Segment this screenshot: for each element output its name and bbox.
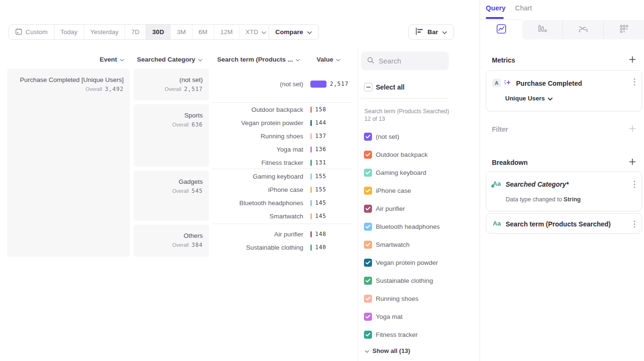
date-range-7d[interactable]: 7D: [125, 25, 146, 39]
checked-checkbox[interactable]: [364, 133, 372, 141]
legend-item[interactable]: Outdoor backpack: [364, 150, 428, 159]
table-row[interactable]: Sustainable clothing140: [213, 241, 358, 254]
value-text: 131: [315, 159, 327, 166]
value-text: 136: [315, 146, 327, 153]
checked-checkbox[interactable]: [364, 151, 372, 159]
breakdown-property-name: Searched Category*: [506, 180, 569, 188]
date-range-xtd[interactable]: XTD: [239, 25, 272, 39]
report-tab-retention[interactable]: [603, 20, 644, 39]
checked-checkbox[interactable]: [364, 241, 372, 249]
show-all-button[interactable]: Show all (13): [365, 347, 410, 354]
category-cell[interactable]: (not set)Overall2,517: [134, 69, 209, 100]
search-term-label: Yoga mat: [213, 146, 303, 153]
category-cell[interactable]: SportsOverall636: [134, 104, 209, 167]
table-row[interactable]: iPhone case155: [213, 183, 358, 196]
legend-item[interactable]: Vegan protein powder: [364, 258, 438, 267]
date-range-30d[interactable]: 30D: [146, 25, 171, 39]
table-row[interactable]: Fitness tracker131: [213, 156, 358, 169]
breakdown-kebab-menu[interactable]: [634, 180, 635, 190]
legend-item[interactable]: Sustainable clothing: [364, 276, 433, 285]
date-range-label: XTD: [245, 28, 258, 36]
legend-item[interactable]: Smartwatch: [364, 240, 409, 249]
metric-kebab-menu[interactable]: [634, 78, 635, 87]
checked-checkbox[interactable]: [364, 223, 372, 231]
checked-checkbox[interactable]: [364, 169, 372, 177]
add-breakdown-button[interactable]: [627, 158, 637, 167]
date-range-today[interactable]: Today: [54, 25, 84, 39]
show-all-label: Show all (13): [372, 347, 410, 354]
date-range-12m[interactable]: 12M: [214, 25, 239, 39]
column-header-search-term[interactable]: Search term (Products ...: [213, 55, 300, 63]
date-range-yesterday[interactable]: Yesterday: [84, 25, 126, 39]
chevron-down-icon: [336, 56, 340, 63]
legend-item[interactable]: Bluetooth headphones: [364, 222, 440, 231]
legend-item-label: Running shoes: [376, 295, 418, 302]
legend-item[interactable]: iPhone case: [364, 186, 411, 195]
breakdown-property-name: Search term (Products Searched): [506, 220, 611, 228]
column-header-searched-category[interactable]: Searched Category: [134, 55, 202, 63]
breakdown-kebab-menu[interactable]: [634, 220, 635, 229]
compare-button[interactable]: Compare: [268, 24, 319, 40]
checked-checkbox[interactable]: [364, 187, 372, 195]
metric-card[interactable]: A Purchase Completed Unique Users: [486, 70, 642, 111]
add-filter-button[interactable]: [627, 125, 637, 134]
breakdown-card[interactable]: Aa Search term (Products Searched): [486, 213, 642, 234]
search-input[interactable]: [379, 57, 438, 65]
checked-checkbox[interactable]: [364, 313, 372, 321]
legend-item-label: Smartwatch: [376, 241, 409, 248]
column-header-event[interactable]: Event: [7, 55, 124, 63]
category-cell[interactable]: OthersOverall384: [134, 225, 209, 257]
value-bar: [310, 231, 312, 237]
plus-icon: [629, 56, 636, 64]
report-tab-insights[interactable]: [480, 20, 522, 39]
table-row[interactable]: Outdoor backpack158: [213, 103, 358, 116]
value-bar: [310, 160, 312, 166]
checked-checkbox[interactable]: [364, 259, 372, 267]
insights-icon: [496, 24, 507, 36]
date-range-label: 12M: [220, 28, 233, 36]
value-bar: [310, 213, 312, 219]
legend-item[interactable]: Air purifier: [364, 204, 405, 213]
chart-type-button[interactable]: Bar: [408, 24, 454, 40]
table-row[interactable]: Running shoes137: [213, 129, 358, 143]
report-tab-flows[interactable]: [562, 20, 603, 39]
insights-report-page: CustomTodayYesterday7D30D3M6M12MXTD Comp…: [0, 0, 644, 361]
data-type-note: Data type changed to String: [506, 196, 581, 203]
table-row[interactable]: Air purifier148: [213, 227, 358, 241]
legend-item[interactable]: Running shoes: [364, 294, 418, 303]
legend-item[interactable]: Fitness tracker: [364, 330, 418, 339]
table-row[interactable]: Vegan protein powder144: [213, 116, 358, 129]
measure-selector[interactable]: Unique Users: [505, 95, 553, 102]
tab-chart[interactable]: Chart: [515, 4, 532, 12]
date-range-3m[interactable]: 3M: [171, 25, 192, 39]
checked-checkbox[interactable]: [364, 205, 372, 213]
legend-item[interactable]: Yoga mat: [364, 312, 403, 321]
table-row[interactable]: Bluetooth headphones145: [213, 196, 358, 209]
checked-checkbox[interactable]: [364, 295, 372, 303]
legend-item[interactable]: Gaming keyboard: [364, 168, 426, 177]
table-row[interactable]: Smartwatch145: [213, 209, 358, 223]
table-row[interactable]: Gaming keyboard155: [213, 170, 358, 183]
date-range-custom[interactable]: Custom: [9, 25, 54, 39]
checked-checkbox[interactable]: [364, 331, 372, 339]
event-sparkle-icon: [504, 79, 512, 89]
plus-icon: [629, 125, 636, 134]
column-header-value[interactable]: Value: [317, 55, 350, 63]
chevron-down-icon: [120, 56, 124, 63]
table-row[interactable]: (not set)2,517: [213, 77, 358, 90]
tab-query[interactable]: Query: [486, 4, 506, 12]
report-tab-funnels[interactable]: [522, 20, 562, 39]
table-row[interactable]: Yoga mat136: [213, 143, 358, 156]
checked-checkbox[interactable]: [364, 277, 372, 285]
breakdown-card[interactable]: Aa✱ Searched Category* Data type changed…: [486, 171, 642, 211]
date-range-6m[interactable]: 6M: [192, 25, 214, 39]
add-metric-button[interactable]: [627, 55, 637, 65]
event-cell[interactable]: Purchase Completed [Unique Users] Overal…: [7, 69, 130, 257]
date-range-label: Yesterday: [91, 28, 119, 36]
legend-item[interactable]: (not set): [364, 132, 399, 141]
category-overall: Overall636: [134, 121, 203, 128]
search-term-label: (not set): [213, 81, 303, 88]
select-all-checkbox[interactable]: [364, 83, 372, 91]
category-cell[interactable]: GadgetsOverall545: [134, 171, 209, 221]
search-term-label: Air purifier: [213, 231, 303, 238]
